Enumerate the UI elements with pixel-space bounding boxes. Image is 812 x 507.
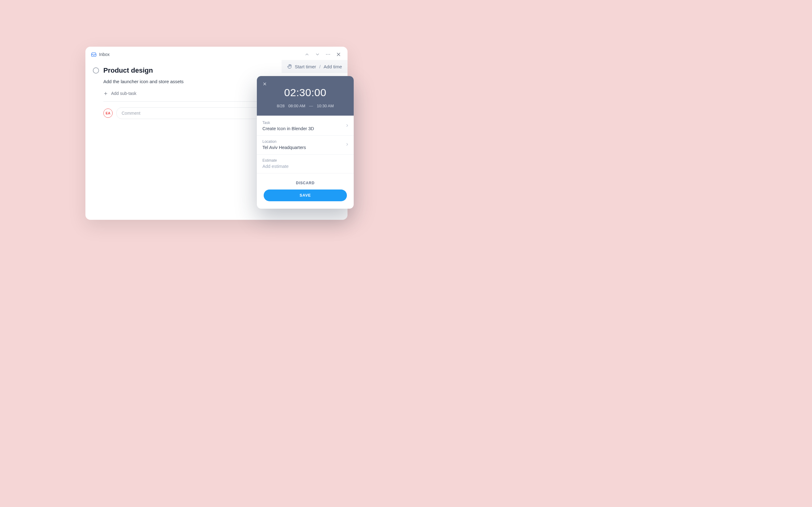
add-time-link[interactable]: Add time xyxy=(324,64,342,69)
timer-hand-icon xyxy=(287,64,292,69)
timer-separator: / xyxy=(319,64,321,69)
duration-display[interactable]: 02:30:00 xyxy=(262,87,348,99)
field-estimate-placeholder: Add estimate xyxy=(262,164,348,169)
breadcrumb-inbox[interactable]: Inbox xyxy=(99,52,109,57)
chevron-right-icon xyxy=(345,123,349,129)
save-button[interactable]: SAVE xyxy=(264,189,347,201)
timer-bar: Start timer / Add time xyxy=(282,60,348,73)
discard-button[interactable]: DISCARD xyxy=(296,181,314,185)
time-range-end[interactable]: 10:30 AM xyxy=(317,104,334,108)
complete-task-checkbox[interactable] xyxy=(93,67,99,73)
task-title[interactable]: Product design xyxy=(103,66,153,74)
prev-task-button[interactable] xyxy=(304,51,310,58)
field-location-value: Tel Aviv Headquarters xyxy=(262,145,348,150)
chevron-right-icon xyxy=(345,142,349,148)
start-timer-link[interactable]: Start timer xyxy=(295,64,316,69)
time-range-dash: — xyxy=(309,104,313,108)
field-location[interactable]: Location Tel Aviv Headquarters xyxy=(257,136,354,155)
task-header: Inbox xyxy=(86,47,348,61)
inbox-icon xyxy=(91,52,97,57)
close-panel-button[interactable] xyxy=(261,80,268,87)
close-button[interactable] xyxy=(335,51,342,58)
field-location-label: Location xyxy=(262,139,348,144)
time-range-date[interactable]: 8/28 xyxy=(276,104,285,108)
field-task-value: Create Icon in Blender 3D xyxy=(262,126,348,131)
add-subtask-label: Add sub-task xyxy=(111,91,137,96)
field-estimate-label: Estimate xyxy=(262,158,348,163)
next-task-button[interactable] xyxy=(314,51,321,58)
field-task-label: Task xyxy=(262,121,348,125)
svg-point-2 xyxy=(329,54,330,55)
time-entry-panel: 02:30:00 8/28 08:00 AM — 10:30 AM Task C… xyxy=(257,76,354,209)
svg-point-0 xyxy=(326,54,327,55)
time-entry-header: 02:30:00 8/28 08:00 AM — 10:30 AM xyxy=(257,76,354,116)
field-task[interactable]: Task Create Icon in Blender 3D xyxy=(257,117,354,136)
user-avatar: EA xyxy=(103,109,113,118)
time-range-start[interactable]: 08:00 AM xyxy=(289,104,305,108)
field-estimate[interactable]: Estimate Add estimate xyxy=(257,155,354,173)
time-range: 8/28 08:00 AM — 10:30 AM xyxy=(262,104,348,108)
svg-point-1 xyxy=(328,54,328,55)
more-options-button[interactable] xyxy=(324,51,332,58)
